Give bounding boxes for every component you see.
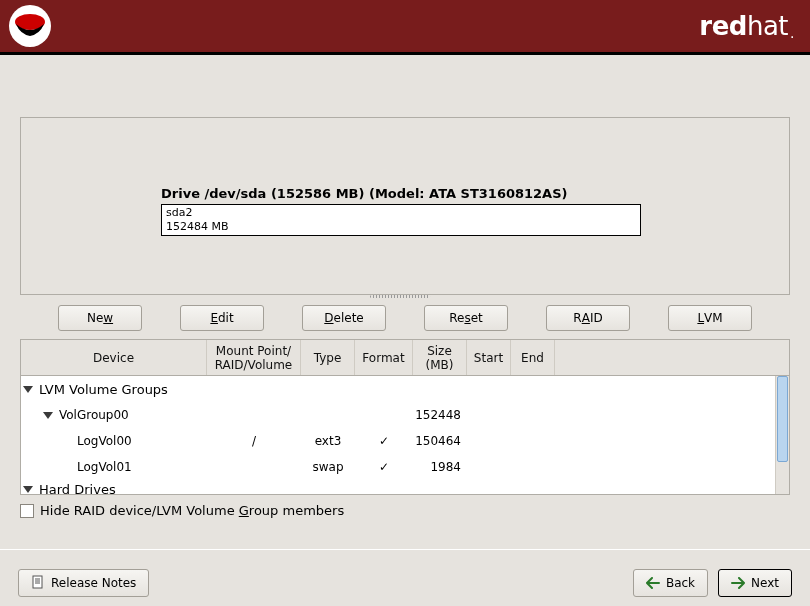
header-bar: redhat. bbox=[0, 0, 810, 52]
raid-button[interactable]: RAID bbox=[546, 305, 630, 331]
next-button[interactable]: Next bbox=[718, 569, 792, 597]
chevron-down-icon[interactable] bbox=[23, 386, 33, 393]
checkbox[interactable] bbox=[20, 504, 34, 518]
drive-panel: Drive /dev/sda (152586 MB) (Model: ATA S… bbox=[20, 117, 790, 295]
svg-rect-2 bbox=[33, 576, 42, 588]
scroll-thumb[interactable] bbox=[777, 376, 788, 462]
col-mount[interactable]: Mount Point/ RAID/Volume bbox=[207, 340, 301, 375]
chevron-down-icon[interactable] bbox=[23, 486, 33, 493]
table-row[interactable]: LVM Volume Groups bbox=[21, 376, 775, 402]
back-button[interactable]: Back bbox=[633, 569, 708, 597]
partition-size: 152484 MB bbox=[166, 220, 636, 234]
lvm-button[interactable]: LVM bbox=[668, 305, 752, 331]
toolbar: New Edit Delete Reset RAID LVM bbox=[20, 305, 790, 331]
table-row[interactable]: Hard Drives bbox=[21, 480, 775, 494]
logo bbox=[8, 4, 52, 48]
partition-name: sda2 bbox=[166, 206, 636, 220]
col-device[interactable]: Device bbox=[21, 340, 207, 375]
notes-icon bbox=[31, 575, 45, 592]
arrow-left-icon bbox=[646, 577, 660, 589]
drive-title: Drive /dev/sda (152586 MB) (Model: ATA S… bbox=[161, 186, 568, 201]
table-row[interactable]: LogVol01 swap ✓ 1984 bbox=[21, 454, 775, 480]
partition-box[interactable]: sda2 152484 MB bbox=[161, 204, 641, 236]
col-format[interactable]: Format bbox=[355, 340, 413, 375]
col-start[interactable]: Start bbox=[467, 340, 511, 375]
table-body: LVM Volume Groups VolGroup00 152448 LogV… bbox=[21, 376, 775, 494]
table-header: Device Mount Point/ RAID/Volume Type For… bbox=[21, 340, 789, 376]
delete-button[interactable]: Delete bbox=[302, 305, 386, 331]
arrow-right-icon bbox=[731, 577, 745, 589]
footer: Release Notes Back Next bbox=[0, 560, 810, 606]
release-notes-button[interactable]: Release Notes bbox=[18, 569, 149, 597]
hide-raid-label: Hide RAID device/LVM Volume Group member… bbox=[40, 503, 344, 518]
partition-table: Device Mount Point/ RAID/Volume Type For… bbox=[20, 339, 790, 495]
edit-button[interactable]: Edit bbox=[180, 305, 264, 331]
checkmark-icon: ✓ bbox=[355, 434, 413, 448]
hide-raid-checkbox-row[interactable]: Hide RAID device/LVM Volume Group member… bbox=[20, 503, 344, 518]
checkmark-icon: ✓ bbox=[355, 460, 413, 474]
col-size[interactable]: Size (MB) bbox=[413, 340, 467, 375]
brand-text: redhat. bbox=[699, 11, 794, 41]
redhat-icon bbox=[8, 4, 52, 48]
reset-button[interactable]: Reset bbox=[424, 305, 508, 331]
vertical-scrollbar[interactable] bbox=[775, 376, 789, 494]
chevron-down-icon[interactable] bbox=[43, 412, 53, 419]
footer-separator bbox=[0, 549, 810, 550]
main-content: Drive /dev/sda (152586 MB) (Model: ATA S… bbox=[0, 55, 810, 606]
col-type[interactable]: Type bbox=[301, 340, 355, 375]
table-row[interactable]: LogVol00 / ext3 ✓ 150464 bbox=[21, 428, 775, 454]
col-end[interactable]: End bbox=[511, 340, 555, 375]
table-row[interactable]: VolGroup00 152448 bbox=[21, 402, 775, 428]
new-button[interactable]: New bbox=[58, 305, 142, 331]
pane-splitter[interactable] bbox=[370, 295, 430, 301]
